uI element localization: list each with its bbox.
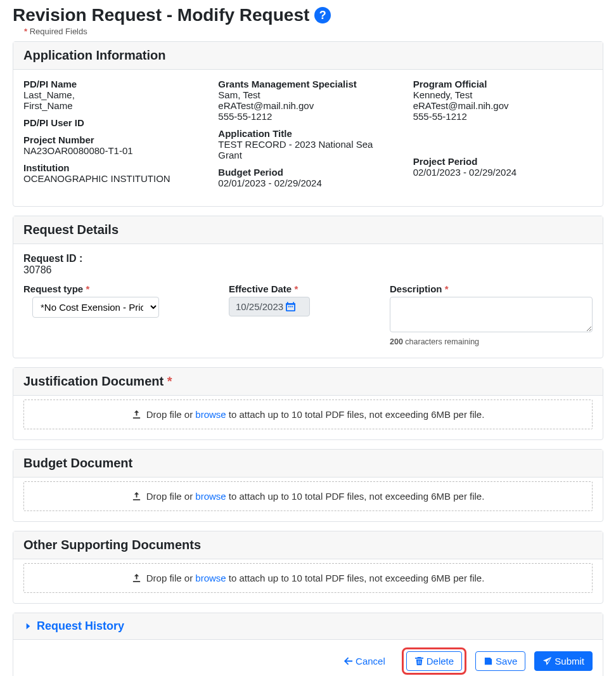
gms-email: eRATest@mail.nih.gov — [218, 100, 397, 111]
request-history-toggle[interactable]: Request History — [13, 613, 603, 639]
save-icon — [484, 656, 493, 666]
arrow-left-icon — [343, 656, 353, 666]
justification-document-header-text: Justification Document — [23, 374, 164, 388]
request-id-value: 30786 — [23, 264, 593, 276]
browse-link[interactable]: browse — [195, 573, 226, 583]
institution-label: Institution — [23, 162, 203, 173]
po-email: eRATest@mail.nih.gov — [413, 100, 593, 111]
save-button-label: Save — [496, 656, 517, 666]
cancel-button-label: Cancel — [356, 656, 385, 666]
description-char-remaining: 200 characters remaining — [390, 337, 593, 346]
request-history-header-text: Request History — [37, 620, 124, 633]
po-label: Program Official — [413, 79, 593, 89]
delete-button[interactable]: Delete — [406, 651, 462, 671]
browse-link[interactable]: browse — [195, 491, 226, 502]
dropzone-prefix: Drop file or — [146, 573, 196, 583]
project-period-value: 02/01/2023 - 02/29/2024 — [413, 167, 593, 178]
request-details-panel: Request Details Request ID : 30786 Reque… — [13, 216, 603, 358]
justification-document-header: Justification Document * — [13, 368, 603, 396]
pdpi-name-line2: First_Name — [23, 100, 203, 111]
effective-date-value: 10/25/2023 — [236, 301, 283, 312]
page-title-text: Revision Request - Modify Request — [13, 5, 309, 25]
project-number-label: Project Number — [23, 134, 203, 145]
description-label: Description * — [390, 283, 593, 294]
effective-date-input[interactable]: 10/25/2023 — [229, 297, 310, 316]
justification-dropzone[interactable]: Drop file or browse to attach up to 10 t… — [23, 400, 593, 429]
paper-plane-icon — [542, 656, 552, 666]
asterisk-icon: * — [86, 283, 89, 294]
upload-icon — [132, 491, 141, 501]
application-info-header: Application Information — [13, 42, 603, 70]
institution-value: OCEANOGRAPHIC INSTITUTION — [23, 173, 203, 184]
budget-dropzone[interactable]: Drop file or browse to attach up to 10 t… — [23, 481, 593, 511]
project-number-value: NA23OAR0080080-T1-01 — [23, 145, 203, 156]
asterisk-icon: * — [24, 27, 27, 36]
description-char-count: 200 — [390, 337, 403, 346]
description-char-text: characters remaining — [405, 337, 479, 346]
save-button[interactable]: Save — [475, 651, 525, 671]
budget-period-value: 02/01/2023 - 02/29/2024 — [218, 178, 397, 188]
request-type-select[interactable]: *No Cost Exension - Prior Approval — [32, 297, 159, 318]
budget-document-panel: Budget Document Drop file or browse to a… — [13, 449, 603, 522]
gms-phone: 555-55-1212 — [218, 111, 397, 122]
upload-icon — [132, 410, 141, 419]
application-info-panel: Application Information PD/PI Name Last_… — [13, 41, 603, 207]
asterisk-icon: * — [167, 374, 172, 388]
effective-date-label-text: Effective Date — [229, 283, 292, 294]
upload-icon — [132, 573, 141, 583]
delete-highlight: Delete — [402, 647, 466, 675]
dropzone-prefix: Drop file or — [146, 491, 196, 502]
dropzone-suffix: to attach up to 10 total PDF files, not … — [226, 491, 485, 502]
submit-button[interactable]: Submit — [534, 651, 593, 671]
required-fields-note: * Required Fields — [24, 27, 603, 36]
request-type-label-text: Request type — [23, 283, 83, 294]
project-period-label: Project Period — [413, 156, 593, 167]
app-title-label: Application Title — [218, 128, 397, 139]
other-documents-panel: Other Supporting Documents Drop file or … — [13, 531, 603, 604]
browse-link[interactable]: browse — [195, 409, 226, 420]
description-textarea[interactable] — [390, 297, 593, 332]
request-type-label: Request type * — [23, 283, 214, 294]
submit-button-label: Submit — [555, 656, 584, 666]
po-phone: 555-55-1212 — [413, 111, 593, 122]
app-title-value: TEST RECORD - 2023 National Sea Grant — [218, 139, 397, 160]
pdpi-name-label: PD/PI Name — [23, 79, 203, 89]
dropzone-prefix: Drop file or — [146, 409, 196, 420]
pdpi-userid-label: PD/PI User ID — [23, 117, 203, 128]
other-documents-header: Other Supporting Documents — [13, 531, 603, 559]
help-icon[interactable]: ? — [314, 7, 331, 23]
caret-right-icon — [23, 621, 33, 631]
delete-button-label: Delete — [427, 656, 454, 666]
action-footer: Cancel Delete Save Submit — [13, 639, 603, 676]
dropzone-suffix: to attach up to 10 total PDF files, not … — [226, 573, 485, 583]
trash-icon — [414, 656, 424, 666]
gms-label: Grants Management Specialist — [218, 79, 397, 89]
po-name: Kennedy, Test — [413, 89, 593, 100]
budget-document-header: Budget Document — [13, 450, 603, 478]
calendar-icon — [286, 302, 295, 311]
asterisk-icon: * — [294, 283, 298, 294]
request-id-label: Request ID : — [23, 253, 593, 264]
required-fields-text: Required Fields — [30, 27, 87, 36]
gms-name: Sam, Test — [218, 89, 397, 100]
page-title: Revision Request - Modify Request ? — [13, 5, 603, 25]
request-details-header: Request Details — [13, 216, 603, 244]
effective-date-label: Effective Date * — [229, 283, 375, 294]
budget-period-label: Budget Period — [218, 167, 397, 178]
description-label-text: Description — [390, 283, 442, 294]
pdpi-name-line1: Last_Name, — [23, 89, 203, 100]
asterisk-icon: * — [445, 283, 449, 294]
dropzone-suffix: to attach up to 10 total PDF files, not … — [226, 409, 485, 420]
cancel-button[interactable]: Cancel — [336, 652, 393, 670]
justification-document-panel: Justification Document * Drop file or br… — [13, 367, 603, 440]
other-dropzone[interactable]: Drop file or browse to attach up to 10 t… — [23, 563, 593, 593]
request-history-panel: Request History Cancel Delete Save Submi… — [13, 613, 603, 676]
